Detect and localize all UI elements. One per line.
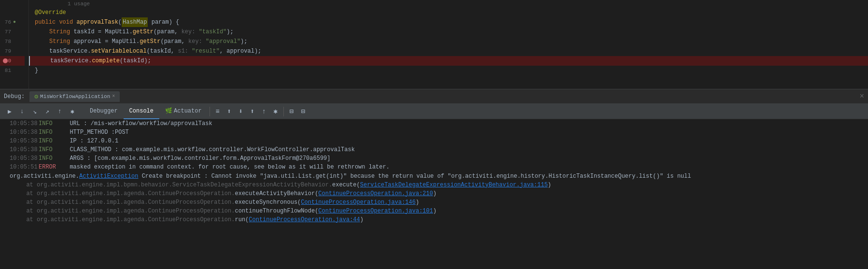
line-numbers: 76 ● 77 78 79 80 81 [0, 0, 29, 89]
app-tab-name: MisWorkflowApplication [40, 94, 110, 99]
tab-actuator[interactable]: 🌿 Actuator [159, 104, 208, 119]
sep-1 [210, 107, 210, 116]
usage-hint: 1 usage [29, 0, 868, 8]
actuator-leaf-icon: 🌿 [165, 107, 172, 114]
stack-trace-4: at org.activiti.engine.impl.agenda.Conti… [0, 206, 868, 215]
clear-icon[interactable]: ⬆ [247, 106, 258, 117]
toolbar-row: ▶ ↓ ↘ ↗ ↑ ✱ Debugger Console 🌿 Actuator … [0, 104, 868, 119]
tab-console[interactable]: Console [124, 104, 159, 119]
code-lines: 1 usage @Override public void approvalTa… [29, 0, 868, 89]
log-row-2: 10:05:38 INFO HTTP_METHOD :POST [0, 128, 868, 137]
console-wrapper[interactable]: 10:05:38 INFO URL : /mis-workflow/workfl… [0, 119, 868, 269]
gear-icon: ⚙ [34, 93, 38, 100]
panel-close-icon[interactable]: × [859, 92, 864, 101]
collapse-icon[interactable]: ⬇ [235, 106, 247, 117]
rerun-icon[interactable]: ≡ [212, 106, 224, 117]
step-into-icon[interactable]: ↘ [29, 106, 41, 117]
log-row-1: 10:05:38 INFO URL : /mis-workflow/workfl… [0, 119, 868, 128]
bottom-panel: Debug: ⚙ MisWorkflowApplication × × ▶ ↓ … [0, 89, 868, 269]
code-line-annotation: @Override [29, 8, 868, 17]
log-row-4: 10:05:38 INFO CLASS_METHOD : com.example… [0, 145, 868, 154]
error-main-line: org.activiti.engine.ActivitiException Cr… [0, 171, 868, 180]
code-line-77: String taskId = MapUtil.getStr(param, ke… [29, 27, 868, 37]
stack-trace-2: at org.activiti.engine.impl.agenda.Conti… [0, 189, 868, 198]
code-editor: 76 ● 77 78 79 80 81 1 usage @Override [0, 0, 868, 89]
log-row-5: 10:05:38 INFO ARGS : [com.example.mis.wo… [0, 154, 868, 163]
step-over-icon[interactable]: ↓ [16, 106, 28, 117]
step-out-icon[interactable]: ↗ [42, 106, 53, 117]
filter-icon[interactable]: ↑ [258, 106, 270, 117]
resume-icon[interactable]: ▶ [4, 106, 15, 117]
sep-2 [283, 107, 284, 116]
debug-label: Debug: [4, 93, 25, 100]
app-tab[interactable]: ⚙ MisWorkflowApplication × [29, 91, 120, 102]
layout-icon[interactable]: ⊟ [297, 106, 309, 117]
debug-indicator: ● [13, 17, 16, 27]
code-line-79: taskService.setVariableLocal(taskId, s1:… [29, 46, 868, 56]
left-debug-icons: ▶ ↓ ↘ ↗ ↑ ✱ [2, 106, 80, 117]
code-line-81: } [29, 66, 868, 75]
main-layout: 76 ● 77 78 79 80 81 1 usage @Override [0, 0, 868, 269]
line-num-79: 79 [5, 46, 11, 56]
line-num-76: 76 [5, 17, 11, 27]
close-tab-icon[interactable]: × [112, 94, 115, 99]
code-line-78: String approval = MapUtil.getStr(param, … [29, 37, 868, 46]
line-num-77: 77 [5, 27, 11, 37]
code-line-80: taskService.complete(taskId); [29, 56, 868, 66]
line-num-81: 81 [5, 66, 11, 75]
stack-trace-5: at org.activiti.engine.impl.agenda.Conti… [0, 215, 868, 224]
log-row-6: 10:05:51 ERROR masked exception in comma… [0, 163, 868, 171]
debug-bar: Debug: ⚙ MisWorkflowApplication × × [0, 89, 868, 104]
tab-debugger[interactable]: Debugger [84, 104, 124, 119]
format-icon[interactable]: ⊟ [286, 106, 297, 117]
stack-trace-1: at org.activiti.engine.impl.bpmn.behavio… [0, 180, 868, 189]
log-row-3: 10:05:38 INFO IP : 127.0.0.1 [0, 137, 868, 145]
settings-icon[interactable]: ✱ [270, 106, 281, 117]
scroll-to-end-icon[interactable]: ⬆ [224, 106, 235, 117]
run-to-cursor-icon[interactable]: ↑ [54, 106, 66, 117]
evaluate-icon[interactable]: ✱ [67, 106, 78, 117]
code-line-76: public void approvalTask(HashMap param) … [29, 17, 868, 27]
stack-trace-3: at org.activiti.engine.impl.agenda.Conti… [0, 198, 868, 206]
breakpoint-icon [3, 58, 8, 63]
line-num-78: 78 [5, 37, 11, 46]
